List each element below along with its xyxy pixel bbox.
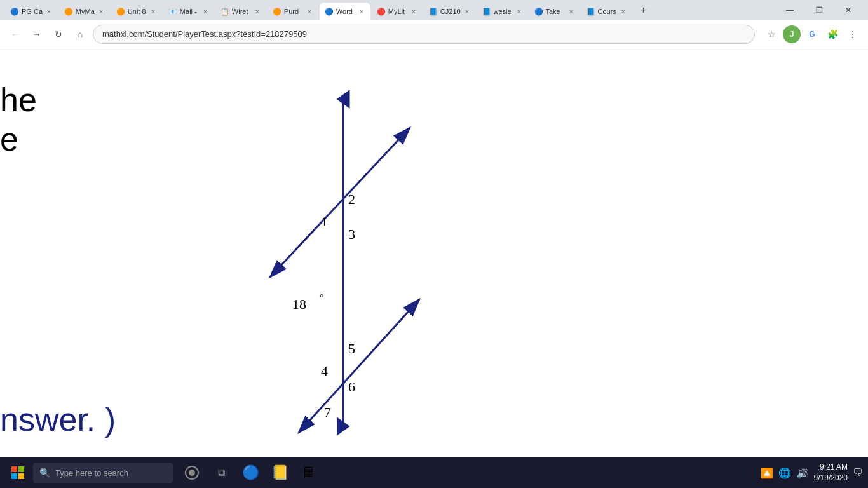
browser-tab[interactable]: 🔵 Take × bbox=[529, 3, 580, 20]
tab-favicon: 🟠 bbox=[273, 8, 281, 16]
taskbar-app-icons: ⧉ 🔵 📒 🖩 bbox=[178, 459, 323, 487]
new-tab-button[interactable]: + bbox=[635, 1, 653, 19]
address-bar[interactable]: mathxl.com/Student/PlayerTest.aspx?testI… bbox=[93, 25, 755, 44]
home-button[interactable]: ⌂ bbox=[71, 25, 89, 43]
notification-center-icon[interactable]: 🗨 bbox=[853, 467, 863, 478]
tab-label: Purd bbox=[284, 8, 303, 15]
sticky-notes-icon[interactable]: 📒 bbox=[266, 459, 294, 487]
tab-label: wesle bbox=[494, 8, 513, 15]
partial-line2: e bbox=[0, 119, 37, 159]
lower-transversal bbox=[299, 299, 419, 433]
browser-tab[interactable]: 🟠 Purd × bbox=[268, 3, 318, 20]
reload-button[interactable]: ↻ bbox=[50, 25, 67, 43]
label-4: 4 bbox=[321, 363, 328, 379]
tab-label: PG Ca bbox=[22, 8, 43, 15]
nav-icons: ☆ J G 🧩 ⋮ bbox=[763, 25, 862, 43]
tab-label: Cours bbox=[598, 8, 617, 15]
task-view-icon[interactable]: ⧉ bbox=[207, 459, 235, 487]
extensions-icon[interactable]: 🧩 bbox=[824, 25, 841, 43]
upper-transversal bbox=[270, 128, 410, 277]
tab-close-button[interactable]: × bbox=[463, 8, 471, 16]
address-text: mathxl.com/Student/PlayerTest.aspx?testI… bbox=[102, 29, 307, 39]
taskbar: 🔍 Type here to search ⧉ 🔵 📒 🖩 🔼 🌐 🔊 9:21… bbox=[0, 458, 868, 488]
network-icon[interactable]: 🌐 bbox=[778, 467, 791, 479]
date-display: 9/19/2020 bbox=[814, 473, 848, 484]
browser-tab[interactable]: 📧 Mail - × bbox=[163, 3, 214, 20]
nav-bar: ← → ↻ ⌂ mathxl.com/Student/PlayerTest.as… bbox=[0, 20, 868, 48]
svg-point-9 bbox=[189, 470, 195, 476]
clock[interactable]: 9:21 AM 9/19/2020 bbox=[814, 462, 848, 484]
search-placeholder: Type here to search bbox=[55, 468, 128, 478]
minimize-button[interactable]: — bbox=[775, 0, 804, 20]
browser-tab[interactable]: 🟠 MyMa × bbox=[59, 3, 110, 20]
tab-label: MyMa bbox=[76, 8, 95, 15]
svg-rect-6 bbox=[11, 473, 17, 479]
label-7: 7 bbox=[324, 404, 331, 420]
browser-tab[interactable]: 🔴 MyLit × bbox=[372, 3, 423, 20]
tab-label: MyLit bbox=[388, 8, 407, 15]
label-3: 3 bbox=[348, 226, 355, 242]
taskbar-right: 🔼 🌐 🔊 9:21 AM 9/19/2020 🗨 bbox=[761, 462, 863, 484]
time-display: 9:21 AM bbox=[814, 462, 848, 473]
diagram-container: 1 2 3 18 ° 4 5 6 7 bbox=[222, 80, 445, 449]
tab-close-button[interactable]: × bbox=[306, 8, 313, 16]
tab-favicon: 🔵 bbox=[325, 8, 334, 16]
partial-line1: he bbox=[0, 80, 37, 119]
google-icon[interactable]: G bbox=[803, 25, 821, 43]
tab-close-button[interactable]: × bbox=[358, 8, 365, 16]
tab-close-button[interactable]: × bbox=[254, 8, 261, 16]
tab-close-button[interactable]: × bbox=[410, 8, 417, 16]
tab-close-button[interactable]: × bbox=[45, 8, 53, 16]
label-18: 18 bbox=[292, 296, 306, 312]
degree-symbol: ° bbox=[320, 292, 323, 303]
profile-icon[interactable]: J bbox=[783, 25, 801, 43]
calculator-icon[interactable]: 🖩 bbox=[295, 459, 323, 487]
title-bar: 🔵 PG Ca × 🟠 MyMa × 🟠 Unit 8 × 📧 Mail - ×… bbox=[0, 0, 868, 20]
label-5: 5 bbox=[348, 341, 355, 356]
tab-close-button[interactable]: × bbox=[567, 8, 575, 16]
browser-tab[interactable]: 📋 Wiret × bbox=[215, 3, 266, 20]
windows-icon bbox=[11, 466, 24, 479]
label-6: 6 bbox=[348, 379, 355, 395]
tab-label: Mail - bbox=[180, 8, 199, 15]
start-button[interactable] bbox=[5, 460, 31, 485]
browser-tab[interactable]: 🔵 PG Ca × bbox=[5, 3, 58, 20]
tab-favicon: 🔵 bbox=[10, 8, 19, 16]
tab-close-button[interactable]: × bbox=[97, 8, 105, 16]
taskbar-search[interactable]: 🔍 Type here to search bbox=[33, 463, 173, 483]
chrome-icon[interactable]: 🔵 bbox=[236, 459, 264, 487]
tab-close-button[interactable]: × bbox=[620, 8, 627, 16]
tab-favicon: 📘 bbox=[429, 8, 438, 16]
bookmark-icon[interactable]: ☆ bbox=[763, 25, 780, 43]
browser-tab[interactable]: 📘 CJ210 × bbox=[424, 3, 476, 20]
browser-tab[interactable]: 📘 wesle × bbox=[477, 3, 528, 20]
menu-icon[interactable]: ⋮ bbox=[844, 25, 862, 43]
label-1: 1 bbox=[321, 214, 328, 229]
tab-favicon: 🟠 bbox=[64, 8, 73, 16]
browser-tab[interactable]: 🔵 Word × bbox=[320, 3, 370, 20]
tab-close-button[interactable]: × bbox=[515, 8, 523, 16]
tab-label: CJ210 bbox=[440, 8, 461, 15]
maximize-button[interactable]: ❐ bbox=[804, 0, 834, 20]
partial-bottom-text: nswer. ) bbox=[0, 401, 116, 438]
geometry-diagram: 1 2 3 18 ° 4 5 6 7 bbox=[222, 80, 445, 449]
tabs-container: 🔵 PG Ca × 🟠 MyMa × 🟠 Unit 8 × 📧 Mail - ×… bbox=[5, 0, 632, 20]
volume-icon[interactable]: 🔊 bbox=[796, 467, 809, 479]
svg-rect-7 bbox=[18, 473, 24, 479]
forward-button[interactable]: → bbox=[28, 25, 46, 43]
browser-tab[interactable]: 📘 Cours × bbox=[581, 3, 632, 20]
close-button[interactable]: ✕ bbox=[834, 0, 863, 20]
browser-frame: 🔵 PG Ca × 🟠 MyMa × 🟠 Unit 8 × 📧 Mail - ×… bbox=[0, 0, 868, 488]
tab-close-button[interactable]: × bbox=[149, 8, 157, 16]
tab-favicon: 📧 bbox=[168, 8, 177, 16]
tab-close-button[interactable]: × bbox=[201, 8, 209, 16]
notification-icon[interactable]: 🔼 bbox=[761, 467, 773, 479]
browser-tab[interactable]: 🟠 Unit 8 × bbox=[111, 3, 162, 20]
tab-favicon: 📋 bbox=[220, 8, 229, 16]
back-button[interactable]: ← bbox=[6, 25, 24, 43]
partial-text-bottom: nswer. ) bbox=[0, 400, 116, 438]
window-controls: — ❐ ✕ bbox=[775, 0, 863, 20]
svg-rect-5 bbox=[18, 466, 24, 472]
cortana-icon[interactable] bbox=[178, 459, 206, 487]
tab-label: Unit 8 bbox=[128, 8, 147, 15]
